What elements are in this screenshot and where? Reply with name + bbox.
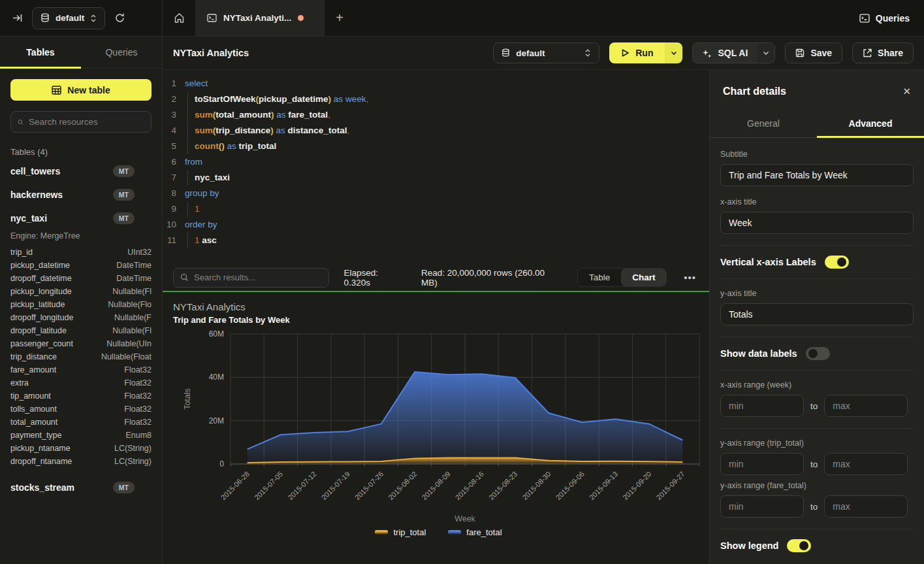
chart-title: NYTaxi Analytics <box>173 301 709 312</box>
table-row-hackernews[interactable]: hackernewsMT <box>10 183 151 207</box>
collapse-sidebar-icon[interactable] <box>12 12 23 24</box>
data-labels-toggle[interactable] <box>806 347 830 360</box>
share-button[interactable]: Share <box>852 42 914 63</box>
column-name: total_amount <box>10 416 57 429</box>
table-name: cell_towers <box>10 166 60 176</box>
code-line: 8group by <box>163 186 709 201</box>
show-legend-toggle[interactable] <box>787 539 811 552</box>
sql-ai-button[interactable]: SQL AI <box>693 43 757 63</box>
topbar-left: default <box>0 0 163 36</box>
tables-list: cell_towersMThackernewsMT <box>10 159 151 207</box>
column-row: pickup_datetimeDateTime <box>10 259 151 272</box>
columns-list: trip_idUInt32pickup_datetimeDateTimedrop… <box>10 246 151 468</box>
home-button[interactable] <box>163 0 195 36</box>
chart-legend: trip_totalfare_total <box>173 527 704 537</box>
engine-badge: MT <box>113 482 135 493</box>
legend-item-trip_total[interactable]: trip_total <box>375 527 426 537</box>
line-number: 8 <box>163 186 185 201</box>
column-row: pickup_longitudeNullable(Fl <box>10 285 151 298</box>
save-button[interactable]: Save <box>785 42 842 63</box>
svg-text:2015-09-13: 2015-09-13 <box>588 470 619 501</box>
table-row-stocks_stream[interactable]: stocks_streamMT <box>10 476 151 499</box>
chart-subtitle: Trip and Fare Totals by Week <box>173 315 709 325</box>
tab-general[interactable]: General <box>710 110 817 137</box>
column-row: dropoff_ntanameLC(String) <box>10 455 151 468</box>
sql-ai-options-button[interactable] <box>757 43 774 63</box>
column-type: Enum8 <box>125 429 151 442</box>
sidebar-tab-tables[interactable]: Tables <box>0 37 81 68</box>
line-number: 4 <box>163 123 185 139</box>
sidebar-search[interactable] <box>10 111 151 133</box>
sidebar-tab-queries[interactable]: Queries <box>81 37 162 68</box>
sql-editor[interactable]: 1select2 toStartOfWeek(pickup_datetime) … <box>163 70 709 263</box>
divider <box>720 529 914 529</box>
results-search[interactable] <box>173 268 329 288</box>
svg-text:2015-07-26: 2015-07-26 <box>353 470 385 501</box>
to-label: to <box>810 502 818 512</box>
run-options-button[interactable] <box>665 42 682 63</box>
vertical-labels-toggle[interactable] <box>825 256 849 269</box>
column-type: UInt32 <box>127 246 151 259</box>
legend-item-fare_total[interactable]: fare_total <box>448 527 502 537</box>
tab-advanced[interactable]: Advanced <box>817 110 924 137</box>
refresh-icon[interactable] <box>114 12 125 24</box>
to-label: to <box>810 401 818 411</box>
new-tab-button[interactable]: + <box>325 0 355 36</box>
view-table-button[interactable]: Table <box>578 269 621 286</box>
top-bar: default NYTaxi Analyti... + Queries <box>0 0 924 37</box>
subtitle-label: Subtitle <box>720 150 914 159</box>
legend-label: trip_total <box>393 527 426 537</box>
results-search-input[interactable] <box>194 273 322 282</box>
line-number: 1 <box>163 76 185 91</box>
view-toggle: Table Chart <box>577 268 667 287</box>
line-number: 6 <box>163 154 185 170</box>
column-type: Nullable(Fl <box>112 285 151 298</box>
yrange-fare-min-input[interactable] <box>720 495 804 518</box>
table-row-cell_towers[interactable]: cell_towersMT <box>10 159 151 183</box>
svg-text:20M: 20M <box>209 416 224 425</box>
sidebar-search-input[interactable] <box>29 117 144 127</box>
code-text: count() as trip_total <box>185 139 276 154</box>
table-row-nyc-taxi[interactable]: nyc_taxi MT <box>10 207 151 230</box>
table-name: stocks_stream <box>10 482 74 493</box>
queries-button[interactable]: Queries <box>859 13 910 24</box>
yaxis-title-label: y-axis title <box>720 289 914 298</box>
column-row: pickup_latitudeNullable(Flo <box>10 298 151 311</box>
area-chart[interactable]: 020M40M60M2015-06-282015-07-052015-07-12… <box>173 329 704 526</box>
table-icon <box>52 86 61 95</box>
tab-nytaxi-analytics[interactable]: NYTaxi Analyti... <box>195 0 325 36</box>
column-name: dropoff_datetime <box>10 272 72 285</box>
panel-tabs: General Advanced <box>710 110 924 138</box>
show-legend-label: Show legend <box>720 540 778 551</box>
yrange-fare-max-input[interactable] <box>824 495 908 518</box>
more-options-icon[interactable]: ••• <box>681 272 699 283</box>
run-button[interactable]: Run <box>609 42 665 63</box>
yrange-trip-max-input[interactable] <box>824 453 908 475</box>
close-icon[interactable]: ✕ <box>902 86 911 97</box>
subtitle-input[interactable] <box>720 164 914 186</box>
toolbar-database-selector[interactable]: default <box>493 42 599 63</box>
xrange-min-input[interactable] <box>720 395 804 417</box>
code-text: from <box>185 154 202 170</box>
svg-text:2015-07-19: 2015-07-19 <box>320 470 351 501</box>
column-type: Float32 <box>124 390 151 403</box>
svg-text:2015-07-12: 2015-07-12 <box>286 470 317 501</box>
sidebar-tabs: Tables Queries <box>0 37 162 69</box>
code-text: group by <box>185 186 219 201</box>
xaxis-title-label: x-axis title <box>720 197 914 207</box>
to-label: to <box>810 459 818 469</box>
sql-ai-label: SQL AI <box>718 48 748 58</box>
table-name: nyc_taxi <box>10 213 47 224</box>
yrange-trip-min-input[interactable] <box>720 453 804 475</box>
view-chart-button[interactable]: Chart <box>621 269 666 286</box>
database-value: default <box>56 13 84 23</box>
database-selector[interactable]: default <box>32 7 105 29</box>
yaxis-title-input[interactable] <box>720 303 914 325</box>
xrange-max-input[interactable] <box>824 395 908 417</box>
column-row: trip_distanceNullable(Float <box>10 350 151 363</box>
xaxis-title-input[interactable] <box>720 212 914 234</box>
code-text: nyc_taxi <box>185 170 230 186</box>
queries-label: Queries <box>876 13 910 24</box>
new-table-button[interactable]: New table <box>10 79 151 101</box>
column-name: pickup_latitude <box>10 298 65 311</box>
